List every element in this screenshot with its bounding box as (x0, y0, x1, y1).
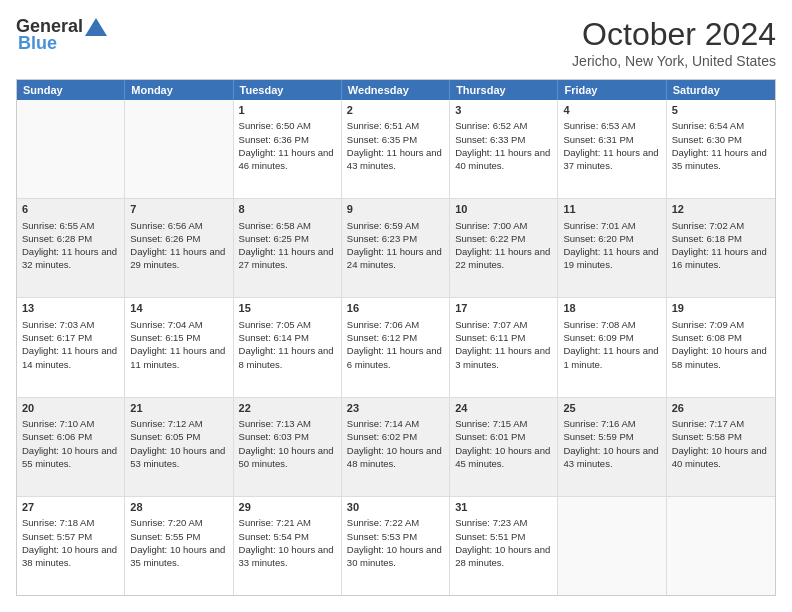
daylight-text: Daylight: 10 hours and 40 minutes. (672, 444, 770, 471)
day-number: 31 (455, 500, 552, 515)
sunset-text: Sunset: 6:11 PM (455, 331, 552, 344)
sunrise-text: Sunrise: 6:58 AM (239, 219, 336, 232)
daylight-text: Daylight: 10 hours and 48 minutes. (347, 444, 444, 471)
daylight-text: Daylight: 11 hours and 11 minutes. (130, 344, 227, 371)
sunset-text: Sunset: 6:22 PM (455, 232, 552, 245)
sunset-text: Sunset: 6:01 PM (455, 430, 552, 443)
location: Jericho, New York, United States (572, 53, 776, 69)
calendar-cell: 16Sunrise: 7:06 AMSunset: 6:12 PMDayligh… (342, 298, 450, 396)
calendar-cell: 26Sunrise: 7:17 AMSunset: 5:58 PMDayligh… (667, 398, 775, 496)
sunset-text: Sunset: 5:55 PM (130, 530, 227, 543)
sunrise-text: Sunrise: 7:20 AM (130, 516, 227, 529)
calendar-cell: 21Sunrise: 7:12 AMSunset: 6:05 PMDayligh… (125, 398, 233, 496)
sunset-text: Sunset: 5:58 PM (672, 430, 770, 443)
calendar-row: 1Sunrise: 6:50 AMSunset: 6:36 PMDaylight… (17, 100, 775, 199)
daylight-text: Daylight: 10 hours and 38 minutes. (22, 543, 119, 570)
day-number: 20 (22, 401, 119, 416)
day-number: 26 (672, 401, 770, 416)
sunset-text: Sunset: 6:18 PM (672, 232, 770, 245)
calendar-cell: 7Sunrise: 6:56 AMSunset: 6:26 PMDaylight… (125, 199, 233, 297)
weekday-header: Friday (558, 80, 666, 100)
daylight-text: Daylight: 10 hours and 35 minutes. (130, 543, 227, 570)
sunset-text: Sunset: 6:14 PM (239, 331, 336, 344)
sunrise-text: Sunrise: 7:18 AM (22, 516, 119, 529)
sunset-text: Sunset: 6:35 PM (347, 133, 444, 146)
sunrise-text: Sunrise: 7:23 AM (455, 516, 552, 529)
day-number: 19 (672, 301, 770, 316)
day-number: 8 (239, 202, 336, 217)
sunrise-text: Sunrise: 6:51 AM (347, 119, 444, 132)
sunrise-text: Sunrise: 7:04 AM (130, 318, 227, 331)
logo: General Blue (16, 16, 107, 54)
sunrise-text: Sunrise: 7:06 AM (347, 318, 444, 331)
sunset-text: Sunset: 6:17 PM (22, 331, 119, 344)
calendar-cell: 20Sunrise: 7:10 AMSunset: 6:06 PMDayligh… (17, 398, 125, 496)
calendar-cell: 10Sunrise: 7:00 AMSunset: 6:22 PMDayligh… (450, 199, 558, 297)
sunset-text: Sunset: 5:54 PM (239, 530, 336, 543)
day-number: 9 (347, 202, 444, 217)
day-number: 5 (672, 103, 770, 118)
daylight-text: Daylight: 11 hours and 1 minute. (563, 344, 660, 371)
sunrise-text: Sunrise: 7:14 AM (347, 417, 444, 430)
sunrise-text: Sunrise: 6:55 AM (22, 219, 119, 232)
sunrise-text: Sunrise: 7:17 AM (672, 417, 770, 430)
daylight-text: Daylight: 10 hours and 28 minutes. (455, 543, 552, 570)
sunrise-text: Sunrise: 7:22 AM (347, 516, 444, 529)
sunset-text: Sunset: 6:15 PM (130, 331, 227, 344)
daylight-text: Daylight: 10 hours and 53 minutes. (130, 444, 227, 471)
sunrise-text: Sunrise: 7:05 AM (239, 318, 336, 331)
weekday-header: Sunday (17, 80, 125, 100)
calendar-header: SundayMondayTuesdayWednesdayThursdayFrid… (17, 80, 775, 100)
sunset-text: Sunset: 6:20 PM (563, 232, 660, 245)
calendar-cell: 12Sunrise: 7:02 AMSunset: 6:18 PMDayligh… (667, 199, 775, 297)
sunrise-text: Sunrise: 6:56 AM (130, 219, 227, 232)
title-section: October 2024 Jericho, New York, United S… (572, 16, 776, 69)
daylight-text: Daylight: 11 hours and 22 minutes. (455, 245, 552, 272)
daylight-text: Daylight: 10 hours and 55 minutes. (22, 444, 119, 471)
calendar-cell: 29Sunrise: 7:21 AMSunset: 5:54 PMDayligh… (234, 497, 342, 595)
daylight-text: Daylight: 11 hours and 16 minutes. (672, 245, 770, 272)
daylight-text: Daylight: 10 hours and 50 minutes. (239, 444, 336, 471)
calendar-cell: 23Sunrise: 7:14 AMSunset: 6:02 PMDayligh… (342, 398, 450, 496)
sunset-text: Sunset: 5:57 PM (22, 530, 119, 543)
sunset-text: Sunset: 5:59 PM (563, 430, 660, 443)
calendar-cell: 8Sunrise: 6:58 AMSunset: 6:25 PMDaylight… (234, 199, 342, 297)
daylight-text: Daylight: 11 hours and 43 minutes. (347, 146, 444, 173)
weekday-header: Tuesday (234, 80, 342, 100)
day-number: 24 (455, 401, 552, 416)
day-number: 21 (130, 401, 227, 416)
daylight-text: Daylight: 10 hours and 30 minutes. (347, 543, 444, 570)
calendar-cell: 28Sunrise: 7:20 AMSunset: 5:55 PMDayligh… (125, 497, 233, 595)
calendar-cell: 4Sunrise: 6:53 AMSunset: 6:31 PMDaylight… (558, 100, 666, 198)
day-number: 1 (239, 103, 336, 118)
sunrise-text: Sunrise: 7:16 AM (563, 417, 660, 430)
month-title: October 2024 (572, 16, 776, 53)
daylight-text: Daylight: 10 hours and 43 minutes. (563, 444, 660, 471)
sunset-text: Sunset: 6:36 PM (239, 133, 336, 146)
daylight-text: Daylight: 10 hours and 33 minutes. (239, 543, 336, 570)
day-number: 3 (455, 103, 552, 118)
sunrise-text: Sunrise: 7:21 AM (239, 516, 336, 529)
calendar-row: 13Sunrise: 7:03 AMSunset: 6:17 PMDayligh… (17, 298, 775, 397)
sunrise-text: Sunrise: 7:08 AM (563, 318, 660, 331)
daylight-text: Daylight: 11 hours and 24 minutes. (347, 245, 444, 272)
sunrise-text: Sunrise: 6:54 AM (672, 119, 770, 132)
sunrise-text: Sunrise: 7:13 AM (239, 417, 336, 430)
calendar-cell: 18Sunrise: 7:08 AMSunset: 6:09 PMDayligh… (558, 298, 666, 396)
day-number: 11 (563, 202, 660, 217)
calendar-cell: 27Sunrise: 7:18 AMSunset: 5:57 PMDayligh… (17, 497, 125, 595)
day-number: 13 (22, 301, 119, 316)
calendar-cell (667, 497, 775, 595)
sunset-text: Sunset: 5:51 PM (455, 530, 552, 543)
sunset-text: Sunset: 6:25 PM (239, 232, 336, 245)
calendar-cell (125, 100, 233, 198)
sunset-text: Sunset: 6:06 PM (22, 430, 119, 443)
calendar-cell: 24Sunrise: 7:15 AMSunset: 6:01 PMDayligh… (450, 398, 558, 496)
sunset-text: Sunset: 6:23 PM (347, 232, 444, 245)
day-number: 14 (130, 301, 227, 316)
daylight-text: Daylight: 11 hours and 8 minutes. (239, 344, 336, 371)
sunset-text: Sunset: 5:53 PM (347, 530, 444, 543)
calendar-cell: 15Sunrise: 7:05 AMSunset: 6:14 PMDayligh… (234, 298, 342, 396)
day-number: 25 (563, 401, 660, 416)
day-number: 30 (347, 500, 444, 515)
